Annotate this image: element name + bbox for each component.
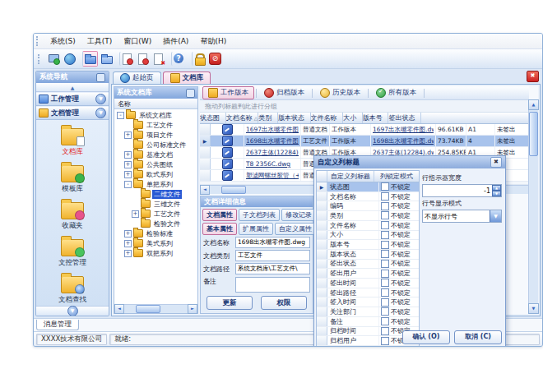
- toolbar-button[interactable]: [119, 52, 134, 66]
- toolbar-button[interactable]: [171, 52, 186, 66]
- toolbar-button[interactable]: [151, 52, 165, 66]
- details-tab[interactable]: 文档属性: [202, 209, 237, 221]
- lock-checkbox[interactable]: [381, 327, 389, 335]
- tree-node[interactable]: - 系统文档库: [114, 110, 197, 120]
- lock-checkbox[interactable]: [381, 298, 389, 307]
- document-tab[interactable]: 起始页: [113, 71, 161, 84]
- lock-mode-cell[interactable]: 不锁定: [379, 279, 419, 288]
- spin-down-icon[interactable]: ▼: [492, 191, 501, 196]
- column-header[interactable]: 版本状态 △: [278, 113, 311, 123]
- tree-expander-icon[interactable]: +: [132, 210, 139, 218]
- lock-checkbox[interactable]: [381, 221, 389, 229]
- tree-node[interactable]: + 美式系列: [114, 238, 197, 248]
- column-header[interactable]: 状态图 △: [200, 113, 226, 123]
- tree-node[interactable]: + 工艺文件: [114, 209, 197, 219]
- pin-panel-icon[interactable]: [96, 73, 105, 82]
- table-vertical-scrollbar[interactable]: ▲ ▼: [528, 99, 538, 314]
- chevron-toggle-icon[interactable]: ▼: [95, 108, 106, 118]
- menu-item[interactable]: 窗口(W): [118, 35, 157, 48]
- lock-mode-header[interactable]: 列锁定模式: [374, 171, 419, 182]
- tree-node[interactable]: 二维文件: [114, 189, 197, 199]
- scroll-down-icon[interactable]: ▼: [528, 303, 539, 314]
- chevron-down-icon[interactable]: ▼: [490, 210, 501, 222]
- details-tab[interactable]: 子文档列表: [239, 209, 280, 221]
- lock-mode-cell[interactable]: 不锁定: [379, 288, 419, 297]
- dialog-column-row[interactable]: ▶ 关注部门 不锁定: [317, 307, 419, 317]
- lock-mode-cell[interactable]: 不锁定: [379, 317, 419, 326]
- column-title-header[interactable]: 自定义列标题: [327, 171, 374, 182]
- scroll-left-icon[interactable]: ◄: [114, 304, 124, 314]
- dialog-column-row[interactable]: ▶ 文档名称 不锁定: [317, 192, 419, 202]
- field-value-input[interactable]: 工艺文件: [235, 250, 310, 261]
- version-filter-button[interactable]: 工作版本: [202, 86, 254, 99]
- lock-mode-cell[interactable]: 不锁定: [379, 297, 419, 307]
- document-name-link[interactable]: 塑滤网螺丝胶管（+...: [246, 172, 299, 180]
- close-icon[interactable]: ✖: [527, 71, 539, 82]
- table-row[interactable]: ▶ 1698出水嘴零件图.dwg 工艺文件 工作版本 1698出水嘴零件图.dw…: [200, 136, 529, 147]
- sidebar-panel-bar[interactable]: 文档管理 ▼: [36, 106, 109, 120]
- spin-up-icon[interactable]: ▲: [492, 185, 501, 191]
- dialog-column-row[interactable]: ▶ 文件名称 不锁定: [317, 221, 419, 231]
- lock-mode-cell[interactable]: 不锁定: [379, 240, 419, 249]
- version-filter-button[interactable]: 归档版本: [258, 86, 310, 99]
- menu-item[interactable]: 工具(T): [81, 35, 118, 48]
- lock-checkbox[interactable]: [381, 231, 389, 239]
- tree-node[interactable]: + 公共图纸: [114, 159, 197, 169]
- confirm-button[interactable]: 确认 (O): [402, 330, 450, 344]
- group-by-bar[interactable]: 拖动列标题到此进行分组: [200, 100, 529, 113]
- lock-mode-cell[interactable]: 不锁定: [379, 182, 419, 191]
- dialog-column-row[interactable]: ▶ 签出路径 不锁定: [317, 288, 419, 298]
- details-subtab[interactable]: 扩展属性: [239, 223, 273, 235]
- tree-node[interactable]: + 欧式系列: [114, 169, 197, 179]
- toolbar-button[interactable]: [208, 52, 222, 66]
- lock-checkbox[interactable]: [381, 279, 389, 287]
- chevron-down-icon[interactable]: ▼: [67, 306, 78, 316]
- lock-mode-cell[interactable]: 不锁定: [379, 231, 419, 240]
- sidebar-item[interactable]: 收藏夹: [36, 197, 109, 233]
- lock-checkbox[interactable]: [381, 317, 389, 325]
- tree-expander-icon[interactable]: -: [117, 112, 124, 119]
- dialog-column-row[interactable]: ▶ 版本状态 不锁定: [317, 250, 419, 260]
- lock-checkbox[interactable]: [381, 211, 389, 219]
- column-header[interactable]: 版本号 △: [363, 113, 389, 123]
- lock-checkbox[interactable]: [381, 260, 389, 268]
- details-subtab[interactable]: 自定义属性: [275, 223, 316, 235]
- menu-item[interactable]: 系统(S): [44, 35, 81, 48]
- version-filter-button[interactable]: 所有版本: [370, 86, 422, 99]
- lock-mode-cell[interactable]: 不锁定: [379, 221, 419, 230]
- note-textarea[interactable]: [235, 277, 310, 293]
- tree-expander-icon[interactable]: +: [124, 240, 132, 247]
- column-header[interactable]: 签出状态 △: [388, 113, 421, 123]
- dialog-column-row[interactable]: ▶ 备注 不锁定: [317, 317, 419, 327]
- sidebar-item[interactable]: 文档查找: [36, 271, 109, 306]
- dialog-column-row[interactable]: ▶ 状态图 不锁定: [317, 182, 419, 192]
- toolbar-button[interactable]: [47, 52, 61, 66]
- dialog-column-row[interactable]: ▶ 签入时间 不锁定: [317, 297, 419, 307]
- dialog-title-bar[interactable]: 自定义列标题 ✖: [314, 156, 505, 168]
- tree-node[interactable]: + 基准文档: [114, 150, 197, 159]
- lock-mode-cell[interactable]: 不锁定: [379, 211, 419, 220]
- sidebar-item[interactable]: 模板库: [36, 160, 109, 196]
- details-action-button[interactable]: 权限: [261, 296, 307, 310]
- tree-node[interactable]: 工艺文件: [114, 120, 197, 130]
- chevron-toggle-icon[interactable]: ▼: [95, 94, 106, 104]
- message-management-tab[interactable]: 消息管理: [36, 320, 79, 330]
- scroll-left-icon[interactable]: ◄: [200, 185, 210, 195]
- toolbar-button[interactable]: [100, 52, 114, 66]
- lock-mode-cell[interactable]: 不锁定: [379, 269, 419, 278]
- cancel-button[interactable]: 取消 (C): [454, 330, 502, 344]
- tree-node[interactable]: + 项目文件: [114, 130, 197, 140]
- details-tab[interactable]: 修改记录: [281, 209, 316, 221]
- menu-item[interactable]: 帮助(H): [194, 35, 232, 48]
- pin-panel-icon[interactable]: [186, 89, 195, 98]
- lock-mode-cell[interactable]: 不锁定: [379, 260, 419, 269]
- table-row[interactable]: ▶ 1697出水嘴零件图.dwg 普通文档 工作版本 1697出水嘴零件图.dw…: [200, 124, 529, 136]
- menu-item[interactable]: 插件(A): [157, 35, 194, 48]
- dialog-column-row[interactable]: ▶ 编码 不锁定: [317, 201, 419, 211]
- document-name-link[interactable]: 2637主体(12284).dwg: [246, 149, 299, 157]
- sidebar-collapse-strip[interactable]: ▲: [36, 83, 109, 92]
- field-value-input[interactable]: 1698出水嘴零件图.dwg: [235, 237, 310, 248]
- close-icon[interactable]: ✖: [490, 157, 502, 168]
- lock-mode-cell[interactable]: 不锁定: [379, 307, 419, 316]
- dialog-column-row[interactable]: ▶ 大小 不锁定: [317, 231, 419, 241]
